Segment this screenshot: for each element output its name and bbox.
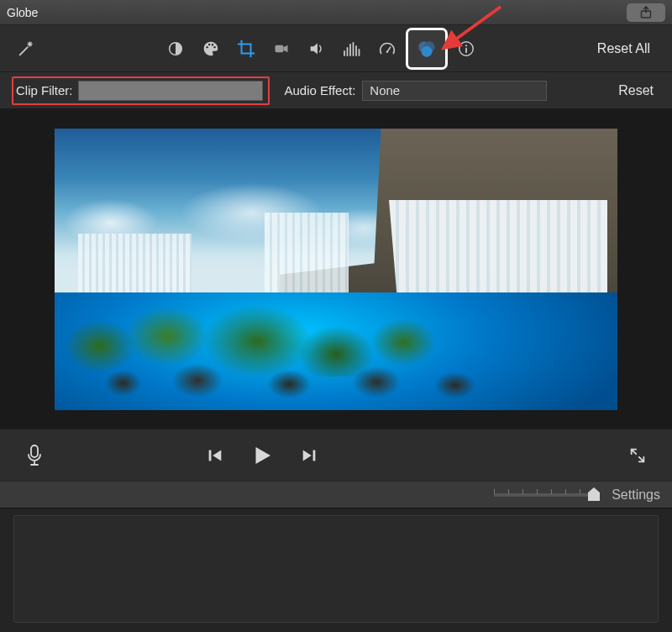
play-icon: [249, 443, 275, 468]
video-camera-icon: [273, 40, 290, 57]
skip-forward-icon: [300, 446, 318, 465]
clip-filter-label: Clip Filter:: [16, 83, 73, 97]
preview-area: [0, 109, 672, 429]
timeline-track[interactable]: [13, 515, 659, 623]
fullscreen-button[interactable]: [628, 446, 647, 465]
stabilization-button[interactable]: [267, 34, 296, 63]
zoom-slider[interactable]: [494, 493, 595, 497]
speedometer-icon: [378, 40, 396, 58]
settings-button[interactable]: Settings: [612, 487, 660, 503]
svg-rect-22: [31, 445, 38, 457]
reset-all-button[interactable]: Reset All: [597, 41, 660, 56]
filter-bar: Clip Filter: Audio Effect: None Reset: [0, 72, 672, 109]
volume-button[interactable]: [302, 34, 331, 63]
svg-point-3: [208, 43, 210, 45]
expand-icon: [628, 446, 647, 465]
crop-icon: [237, 40, 255, 58]
overlapping-circles-icon: [416, 38, 438, 60]
speed-button[interactable]: [373, 34, 402, 63]
clip-filter-selector[interactable]: [78, 81, 263, 101]
microphone-icon: [25, 444, 44, 467]
title-bar: Globe: [0, 0, 672, 25]
svg-rect-20: [465, 47, 467, 52]
svg-rect-23: [209, 450, 212, 461]
audio-effect-value: None: [370, 83, 400, 97]
svg-point-17: [422, 45, 433, 56]
info-button[interactable]: [452, 34, 480, 63]
clip-filter-audio-effects-button[interactable]: [408, 30, 445, 67]
previous-button[interactable]: [206, 446, 224, 465]
clip-filter-group-highlight: Clip Filter:: [12, 76, 270, 105]
svg-rect-24: [313, 450, 316, 461]
video-preview[interactable]: [55, 129, 617, 410]
transport-bar: [0, 429, 672, 481]
color-correction-button[interactable]: [197, 34, 225, 63]
info-icon: [457, 40, 475, 58]
skip-back-icon: [206, 446, 224, 465]
svg-point-4: [212, 44, 213, 45]
equalizer-icon: [342, 40, 362, 57]
audio-effect-selector[interactable]: None: [362, 81, 547, 101]
svg-rect-6: [276, 45, 284, 51]
noise-reduction-button[interactable]: [338, 34, 366, 63]
svg-point-5: [213, 45, 215, 47]
half-circle-icon: [166, 40, 185, 58]
play-button[interactable]: [249, 443, 275, 468]
magic-wand-icon: [17, 40, 35, 58]
adjust-toolbar: Reset All: [0, 25, 672, 72]
reset-button[interactable]: Reset: [618, 83, 660, 98]
timeline-area: [0, 508, 672, 632]
crop-button[interactable]: [232, 34, 260, 63]
auto-enhance-button[interactable]: [12, 34, 40, 63]
svg-point-14: [386, 50, 388, 52]
svg-point-19: [465, 45, 467, 46]
speaker-icon: [307, 40, 326, 58]
project-title: Globe: [7, 6, 38, 19]
share-icon: [639, 6, 653, 19]
slider-thumb-icon: [588, 487, 600, 501]
share-button[interactable]: [627, 3, 665, 22]
timeline-settings-strip: Settings: [0, 481, 672, 508]
svg-point-2: [206, 45, 207, 47]
color-balance-button[interactable]: [161, 34, 190, 63]
audio-effect-label: Audio Effect:: [285, 83, 356, 97]
record-voiceover-button[interactable]: [25, 444, 44, 467]
next-button[interactable]: [300, 446, 318, 465]
palette-icon: [202, 40, 220, 58]
